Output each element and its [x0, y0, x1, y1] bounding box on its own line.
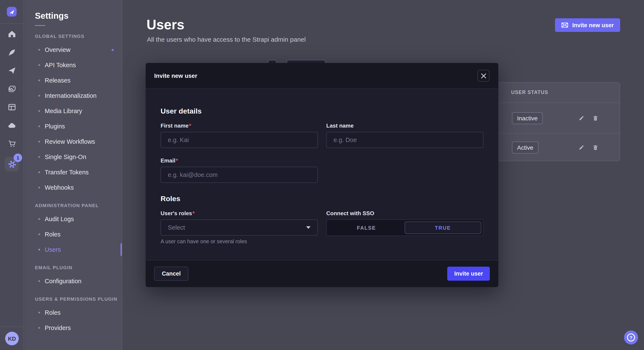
chevron-down-icon — [306, 226, 310, 229]
modal-body: User details First name* Last name Email… — [146, 107, 498, 245]
bullet-icon — [38, 156, 40, 158]
modal-header: Invite new user — [146, 63, 498, 89]
content-type-builder-icon[interactable] — [8, 48, 16, 57]
bullet-icon — [38, 327, 40, 329]
status-badge: Active — [512, 141, 538, 153]
last-name-input[interactable] — [326, 132, 484, 148]
sidebar-item-single-sign-on[interactable]: Single Sign-On — [24, 149, 122, 165]
deploy-icon[interactable] — [8, 66, 16, 75]
settings-icon[interactable]: 1 — [5, 157, 19, 172]
home-icon[interactable] — [8, 30, 16, 38]
bullet-icon — [38, 141, 40, 143]
invite-new-user-button[interactable]: Invite new user — [555, 18, 620, 32]
first-name-field: First name* — [160, 123, 318, 148]
sidebar-item-media-library[interactable]: Media Library — [24, 103, 122, 119]
bullet-icon — [38, 110, 40, 112]
roles-hint: A user can have one or several roles — [160, 239, 318, 245]
cancel-button[interactable]: Cancel — [154, 267, 188, 281]
section-global-settings: GLOBAL SETTINGS Overview API Tokens Rele… — [24, 30, 122, 195]
section-users-permissions-plugin: USERS & PERMISSIONS PLUGIN Roles Provide… — [24, 293, 122, 336]
logo-cell — [0, 0, 24, 24]
settings-subnav: Settings GLOBAL SETTINGS Overview API To… — [24, 0, 122, 350]
delete-icon[interactable] — [592, 115, 598, 121]
bullet-icon — [38, 218, 40, 220]
media-library-icon[interactable] — [8, 85, 16, 93]
strapi-logo-icon[interactable] — [7, 7, 16, 16]
strapi-admin-app: 1 KD Settings GLOBAL SETTINGS Overview A… — [0, 0, 644, 350]
sidebar-item-releases[interactable]: Releases — [24, 73, 122, 88]
section-administration-panel: ADMINISTRATION PANEL Audit Logs Roles Us… — [24, 199, 122, 257]
sidebar-item-transfer-tokens[interactable]: Transfer Tokens — [24, 165, 122, 180]
bullet-icon — [38, 249, 40, 250]
sidebar-item-internationalization[interactable]: Internationalization — [24, 88, 122, 103]
bullet-icon — [38, 233, 40, 235]
sidebar-item-users[interactable]: Users — [24, 242, 122, 257]
sidebar-item-overview[interactable]: Overview — [24, 42, 122, 57]
first-name-input[interactable] — [160, 132, 318, 148]
sidebar-item-api-tokens[interactable]: API Tokens — [24, 57, 122, 73]
bullet-icon — [38, 172, 40, 173]
question-mark-icon: ? — [627, 334, 635, 342]
subnav-title: Settings — [24, 0, 122, 21]
email-input[interactable] — [160, 167, 318, 183]
required-marker: * — [192, 210, 195, 216]
envelope-icon — [562, 22, 568, 28]
sso-field: Connect with SSO FALSE TRUE — [326, 210, 484, 245]
section-label: EMAIL PLUGIN — [24, 262, 122, 273]
section-email-plugin: EMAIL PLUGIN Configuration — [24, 262, 122, 289]
email-field: Email* — [160, 157, 318, 183]
sidebar-item-up-roles[interactable]: Roles — [24, 305, 122, 320]
user-roles-label: User's roles — [160, 210, 192, 216]
rail-footer: KD — [0, 327, 24, 350]
bullet-icon — [38, 280, 40, 282]
help-button[interactable]: ? — [624, 331, 638, 345]
sidebar-item-admin-roles[interactable]: Roles — [24, 227, 122, 242]
bullet-icon — [38, 64, 40, 66]
rail-icon-list: 1 — [0, 30, 24, 172]
section-label: USERS & PERMISSIONS PLUGIN — [24, 293, 122, 305]
bullet-icon — [38, 80, 40, 81]
sidebar-item-plugins[interactable]: Plugins — [24, 119, 122, 134]
first-name-label: First name — [160, 123, 189, 129]
cloud-icon[interactable] — [8, 121, 16, 130]
content-manager-icon[interactable] — [8, 103, 16, 111]
sidebar-item-review-workflows[interactable]: Review Workflows — [24, 134, 122, 149]
sso-false-option[interactable]: FALSE — [328, 222, 404, 234]
roles-heading: Roles — [160, 195, 484, 203]
title-underline — [35, 25, 45, 26]
edit-icon[interactable] — [578, 144, 584, 150]
bullet-icon — [38, 95, 40, 97]
page-subtitle: All the users who have access to the Str… — [147, 36, 306, 43]
user-status-column-header: USER STATUS — [511, 90, 548, 95]
active-indicator — [120, 243, 122, 256]
row-actions — [578, 144, 598, 150]
section-label: ADMINISTRATION PANEL — [24, 199, 122, 211]
modal-title: Invite new user — [154, 72, 197, 79]
user-avatar[interactable]: KD — [5, 332, 19, 345]
settings-notification-badge: 1 — [14, 154, 22, 162]
bullet-icon — [38, 187, 40, 188]
sidebar-item-configuration[interactable]: Configuration — [24, 273, 122, 289]
marketplace-icon[interactable] — [8, 140, 16, 148]
close-icon[interactable] — [478, 70, 490, 82]
user-roles-select[interactable]: Select — [160, 219, 318, 236]
sso-true-option[interactable]: TRUE — [404, 222, 481, 234]
bullet-icon — [38, 312, 40, 313]
sidebar-item-providers[interactable]: Providers — [24, 320, 122, 336]
invite-user-submit-button[interactable]: Invite user — [448, 267, 490, 281]
last-name-field: Last name — [326, 123, 484, 148]
delete-icon[interactable] — [592, 144, 598, 150]
sidebar-item-audit-logs[interactable]: Audit Logs — [24, 211, 122, 227]
sidebar-item-webhooks[interactable]: Webhooks — [24, 180, 122, 195]
user-roles-field: User's roles* Select A user can have one… — [160, 210, 318, 245]
sso-toggle: FALSE TRUE — [326, 219, 484, 236]
user-details-heading: User details — [160, 107, 484, 116]
page-title: Users — [146, 17, 184, 33]
required-marker: * — [189, 123, 191, 129]
status-badge: Inactive — [512, 112, 543, 124]
edit-icon[interactable] — [578, 115, 584, 121]
row-actions — [578, 115, 598, 121]
required-marker: * — [176, 157, 178, 164]
icon-rail: 1 KD — [0, 0, 24, 350]
last-name-label: Last name — [326, 123, 484, 129]
